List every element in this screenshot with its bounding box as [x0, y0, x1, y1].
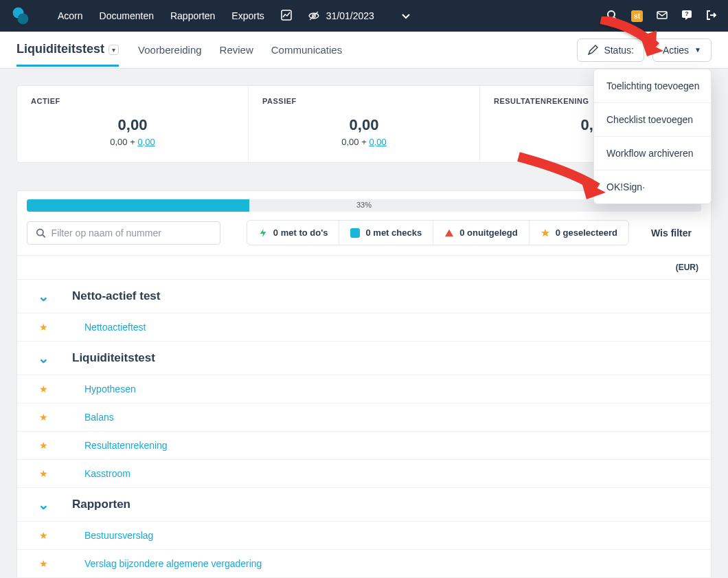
svg-point-10 — [37, 229, 43, 235]
svg-line-6 — [614, 17, 617, 20]
svg-point-1 — [18, 14, 29, 25]
progress-fill — [27, 199, 249, 212]
search-icon[interactable] — [606, 10, 617, 23]
star-icon[interactable]: ★ — [39, 530, 48, 541]
actions-dropdown: Toelichting toevoegen Checklist toevoege… — [593, 69, 712, 204]
summary-sub-prefix: 0,00 + — [110, 137, 137, 147]
nav-item-exports[interactable]: Exports — [231, 10, 264, 21]
clear-filter[interactable]: Wis filter — [639, 227, 701, 238]
star-icon — [541, 228, 550, 238]
star-icon[interactable]: ★ — [39, 412, 48, 423]
period-date: 31/01/2023 — [326, 10, 374, 21]
period-selector[interactable]: 31/01/2023 — [308, 10, 411, 21]
item-link[interactable]: Kasstroom — [84, 468, 130, 479]
triangle-icon — [444, 228, 454, 238]
summary-value: 0,00 — [31, 116, 234, 134]
summary-sub: 0,00 + 0,00 — [262, 137, 466, 147]
chevron-down-icon[interactable]: ⌄ — [38, 350, 49, 366]
page-title-dropdown[interactable]: ▾ — [109, 45, 119, 55]
item-row: ★Nettoactieftest — [17, 313, 711, 342]
dd-oksign[interactable]: OK!Sign· — [594, 170, 711, 203]
item-row: ★Verslag bijzondere algemene vergadering — [17, 550, 711, 578]
chip-checks[interactable]: 0 met checks — [339, 221, 433, 245]
chip-label: 0 geselecteerd — [556, 227, 617, 238]
brand-logo[interactable] — [11, 6, 30, 25]
dd-checklist[interactable]: Checklist toevoegen — [594, 103, 711, 137]
summary-sub: 0,00 + 0,00 — [31, 137, 234, 147]
page-title: Liquiditeitstest — [16, 42, 104, 58]
svg-text:?: ? — [685, 10, 689, 17]
chart-icon[interactable] — [281, 10, 292, 23]
nav-left: Acorn Documenten Rapporten Exports 31/01… — [58, 10, 411, 23]
item-row: ★Bestuursverslag — [17, 522, 711, 550]
progress-label: 33% — [356, 201, 372, 209]
nav-item-documenten[interactable]: Documenten — [100, 10, 154, 21]
item-row: ★Balans — [17, 403, 711, 432]
star-icon[interactable]: ★ — [39, 468, 48, 479]
item-link[interactable]: Balans — [84, 412, 114, 423]
tree-list: ⌄Netto-actief test★Nettoactieftest⌄Liqui… — [17, 280, 711, 578]
item-link[interactable]: Bestuursverslag — [84, 530, 153, 541]
tab-voorbereiding[interactable]: Voorbereiding — [138, 44, 202, 56]
bolt-icon — [258, 228, 268, 238]
mail-icon[interactable] — [657, 10, 668, 23]
eye-icon — [308, 10, 319, 21]
summary-label: ACTIEF — [31, 97, 234, 105]
square-icon — [350, 228, 360, 238]
star-icon[interactable]: ★ — [39, 558, 48, 569]
chevron-down-icon[interactable]: ⌄ — [38, 496, 49, 513]
tab-review[interactable]: Review — [220, 44, 253, 56]
star-icon[interactable]: ★ — [39, 384, 48, 394]
dd-toelichting[interactable]: Toelichting toevoegen — [594, 69, 711, 103]
page-title-wrap: Liquiditeitstest ▾ — [16, 34, 119, 67]
logout-icon[interactable] — [706, 10, 717, 23]
svg-point-5 — [608, 11, 615, 18]
search-input[interactable] — [52, 227, 212, 238]
summary-label: PASSIEF — [262, 97, 466, 105]
chip-selected[interactable]: 0 geselecteerd — [530, 221, 628, 245]
star-icon[interactable]: ★ — [39, 440, 48, 451]
category-row: ⌄Liquiditeitstest — [17, 342, 711, 375]
caret-down-icon: ▼ — [694, 46, 701, 54]
category-row: ⌄Netto-actief test — [17, 280, 711, 313]
summary-sub-link[interactable]: 0,00 — [137, 137, 155, 147]
item-link[interactable]: Resultatenrekening — [84, 440, 168, 451]
summary-passief[interactable]: PASSIEF 0,00 0,00 + 0,00 — [249, 86, 480, 162]
chip-unexplained[interactable]: 0 onuitgelegd — [433, 221, 530, 245]
currency-header: (EUR) — [17, 255, 711, 280]
logo-icon — [11, 6, 30, 25]
item-row: ★Kasstroom — [17, 460, 711, 488]
nav-item-rapporten[interactable]: Rapporten — [170, 10, 215, 21]
chevron-down-icon[interactable]: ⌄ — [38, 288, 49, 304]
dd-archiveren[interactable]: Workflow archiveren — [594, 137, 711, 170]
summary-sub-link[interactable]: 0,00 — [369, 137, 386, 147]
actions-button[interactable]: Acties ▼ — [652, 38, 712, 62]
summary-actief[interactable]: ACTIEF 0,00 0,00 + 0,00 — [17, 86, 249, 162]
filter-row: 0 met to do's 0 met checks 0 onuitgelegd… — [17, 213, 711, 255]
category-title: Rapporten — [72, 498, 130, 511]
chip-todos[interactable]: 0 met to do's — [247, 221, 340, 245]
category-row: ⌄Rapporten — [17, 488, 711, 522]
chevron-down-icon — [400, 10, 411, 21]
filter-chips: 0 met to do's 0 met checks 0 onuitgelegd… — [247, 220, 629, 245]
pencil-icon — [587, 45, 598, 56]
item-link[interactable]: Verslag bijzondere algemene vergadering — [84, 558, 262, 569]
nav-item-acorn[interactable]: Acorn — [58, 10, 83, 21]
sub-header: Liquiditeitstest ▾ Voorbereiding Review … — [0, 32, 728, 69]
star-icon[interactable]: ★ — [39, 322, 48, 333]
chip-label: 0 onuitgelegd — [459, 227, 518, 238]
user-badge[interactable]: st — [631, 10, 643, 22]
status-button[interactable]: Status: — [577, 38, 644, 62]
status-label: Status: — [604, 45, 634, 56]
search-input-wrap[interactable] — [27, 221, 220, 245]
nav-right: st ? — [606, 10, 717, 23]
item-link[interactable]: Hypothesen — [84, 384, 136, 394]
svg-rect-7 — [657, 12, 667, 19]
category-title: Netto-actief test — [72, 289, 160, 303]
item-link[interactable]: Nettoactieftest — [84, 322, 146, 333]
summary-value: 0,00 — [262, 116, 466, 134]
chip-label: 0 met to do's — [273, 227, 328, 238]
tab-communicaties[interactable]: Communicaties — [271, 44, 342, 56]
help-icon[interactable]: ? — [681, 10, 692, 23]
category-title: Liquiditeitstest — [72, 351, 155, 365]
